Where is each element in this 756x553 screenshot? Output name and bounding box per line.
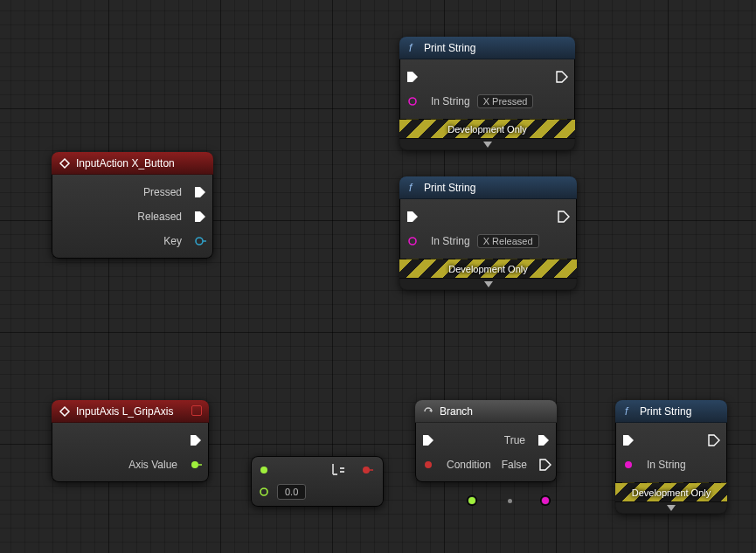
- pin-label-released: Released: [132, 211, 187, 223]
- dev-only-banner: Development Only: [399, 119, 575, 138]
- node-input-axis-l-gripaxis[interactable]: InputAxis L_GripAxis Axis Value: [52, 400, 209, 482]
- node-title: Print String: [640, 405, 691, 418]
- data-out-pin[interactable]: [194, 235, 206, 247]
- data-in-pin[interactable]: [406, 235, 419, 247]
- node-header[interactable]: InputAction X_Button: [52, 152, 213, 175]
- expand-arrow[interactable]: [399, 138, 575, 150]
- svg-text:f: f: [409, 182, 413, 194]
- float-default-input[interactable]: 0.0: [277, 484, 306, 500]
- node-title: Print String: [424, 42, 475, 54]
- event-icon: [59, 405, 71, 418]
- in-string-input[interactable]: X Released: [477, 234, 539, 248]
- pin-label-in-string: In String: [426, 95, 475, 107]
- svg-point-6: [260, 467, 267, 474]
- pin-label-in-string: In String: [426, 235, 475, 247]
- node-header[interactable]: f Print String: [615, 400, 727, 423]
- node-header[interactable]: Branch: [415, 400, 557, 423]
- node-header[interactable]: InputAxis L_GripAxis: [52, 400, 209, 423]
- exec-out-pin[interactable]: [539, 459, 551, 471]
- reroute-string[interactable]: [540, 495, 551, 506]
- data-out-pin[interactable]: [190, 459, 202, 471]
- pin-label-in-string: In String: [642, 459, 691, 471]
- node-title: InputAction X_Button: [76, 157, 175, 169]
- svg-text:f: f: [625, 405, 629, 418]
- svg-point-11: [625, 461, 632, 468]
- pin-label-pressed: Pressed: [138, 186, 187, 198]
- node-title: Print String: [424, 182, 475, 194]
- exec-out-pin[interactable]: [538, 434, 550, 446]
- data-in-pin[interactable]: [422, 459, 434, 471]
- exec-in-pin[interactable]: [622, 434, 635, 446]
- operator-icon: [331, 463, 345, 478]
- node-title: InputAxis L_GripAxis: [76, 405, 173, 418]
- function-icon: f: [406, 182, 419, 194]
- svg-point-8: [260, 488, 267, 495]
- data-in-pin[interactable]: [258, 486, 270, 498]
- svg-text:f: f: [409, 42, 413, 54]
- dev-only-banner: Development Only: [399, 259, 577, 278]
- data-in-pin[interactable]: [622, 459, 635, 471]
- exec-in-pin[interactable]: [422, 434, 434, 446]
- node-input-action-x-button[interactable]: InputAction X_Button Pressed Released Ke…: [52, 152, 213, 259]
- expand-arrow[interactable]: [399, 278, 577, 290]
- exec-in-pin[interactable]: [406, 211, 419, 223]
- svg-point-0: [196, 238, 203, 245]
- data-in-pin[interactable]: [258, 464, 270, 476]
- svg-point-7: [363, 467, 370, 474]
- svg-point-2: [409, 98, 416, 105]
- exec-out-pin[interactable]: [194, 186, 206, 198]
- conversion-dot: [504, 495, 515, 506]
- node-print-string-1[interactable]: f Print String In String X Pressed Devel…: [399, 37, 575, 150]
- node-header[interactable]: f Print String: [399, 37, 575, 59]
- pin-label-key: Key: [158, 235, 187, 247]
- pin-label-condition: Condition: [441, 459, 496, 471]
- pin-label-axis-value: Axis Value: [123, 459, 183, 471]
- branch-icon: [422, 405, 434, 418]
- exec-out-pin[interactable]: [556, 71, 568, 83]
- data-out-pin[interactable]: [361, 464, 373, 476]
- node-print-string-3[interactable]: f Print String In String Development Onl…: [615, 400, 727, 514]
- pin-label-false: False: [496, 459, 532, 471]
- node-float-compare[interactable]: 0.0: [251, 456, 384, 507]
- node-branch[interactable]: Branch True Condition False: [415, 400, 557, 482]
- delegate-pin[interactable]: [191, 405, 202, 416]
- dev-only-banner: Development Only: [615, 482, 727, 501]
- exec-out-pin[interactable]: [558, 211, 570, 223]
- node-title: Branch: [440, 405, 473, 418]
- svg-point-5: [191, 461, 198, 468]
- svg-point-9: [425, 461, 432, 468]
- data-in-pin[interactable]: [406, 95, 419, 107]
- function-icon: f: [406, 42, 419, 54]
- in-string-input[interactable]: X Pressed: [477, 94, 534, 108]
- node-header[interactable]: f Print String: [399, 176, 577, 199]
- exec-out-pin[interactable]: [194, 211, 206, 223]
- exec-in-pin[interactable]: [406, 71, 419, 83]
- reroute-float[interactable]: [467, 495, 477, 506]
- svg-point-4: [409, 238, 416, 245]
- expand-arrow[interactable]: [615, 501, 727, 514]
- exec-out-pin[interactable]: [708, 434, 720, 446]
- event-icon: [59, 157, 71, 169]
- function-icon: f: [622, 405, 635, 418]
- node-print-string-2[interactable]: f Print String In String X Released Deve…: [399, 176, 577, 290]
- pin-label-true: True: [499, 434, 531, 446]
- exec-out-pin[interactable]: [190, 434, 202, 446]
